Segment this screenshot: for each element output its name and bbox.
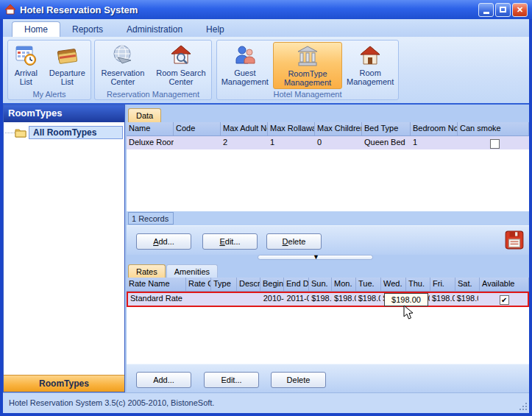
ribbon-item-label: RoomType Management (276, 69, 340, 87)
chevron-down-icon: ▼ (313, 253, 319, 261)
column-header[interactable]: Name (127, 122, 174, 135)
table-row-standard-rate[interactable]: Standard Rate 2010-0 2011-0 $198.00 $198… (127, 292, 529, 307)
close-button[interactable]: ✕ (512, 3, 528, 17)
credit-cards-icon (56, 43, 78, 67)
add-roomtype-button[interactable]: Add... (136, 233, 191, 250)
minimize-button[interactable] (478, 3, 494, 17)
column-header[interactable]: Max Children (315, 122, 362, 135)
column-header[interactable]: End Date (284, 278, 309, 291)
column-header[interactable]: Mon. (332, 278, 356, 291)
column-header[interactable]: Rate Name (127, 278, 186, 291)
title-bar: Hotel Reservation System ✕ (0, 0, 532, 19)
column-header[interactable]: Sat. (455, 278, 480, 291)
column-header[interactable]: Type (211, 278, 237, 291)
ribbon-item-label: Room Search Center (153, 68, 209, 86)
edit-roomtype-button[interactable]: Edit... (202, 233, 258, 250)
cell-name: Deluxe Room (127, 136, 174, 149)
app-home-icon (4, 4, 16, 15)
column-header[interactable]: Rate Code (186, 278, 211, 291)
column-header[interactable]: Tue. (356, 278, 381, 291)
tab-amenities[interactable]: Amenities (166, 264, 218, 278)
can-smoke-checkbox[interactable] (490, 139, 500, 149)
table-row-deluxe-room[interactable]: Deluxe Room 2 1 0 Queen Bed 1 (127, 136, 529, 149)
mouse-cursor (403, 305, 414, 322)
window-title: Hotel Reservation System (20, 4, 138, 15)
column-header[interactable]: Code (174, 122, 221, 135)
departure-list-button[interactable]: Departure List (44, 42, 91, 88)
roomtype-management-button[interactable]: RoomType Management (273, 42, 343, 89)
cell-fri-rate: $198.00 (430, 293, 455, 306)
column-header[interactable]: Max Rollaway (268, 122, 315, 135)
data-button-bar: Add... Edit... Delete (127, 225, 529, 255)
column-header[interactable]: Thu. (406, 278, 430, 291)
column-header[interactable]: Max Adult No (221, 122, 268, 135)
tab-rates[interactable]: Rates (128, 264, 166, 278)
tab-home[interactable]: Home (12, 21, 60, 37)
sidebar-footer-roomtypes-button[interactable]: RoomTypes (4, 375, 124, 392)
maximize-button[interactable] (495, 3, 511, 17)
cell-rate-name: Standard Rate (128, 293, 187, 306)
edit-rate-button[interactable]: Edit... (204, 372, 259, 388)
sidebar-header: RoomTypes (4, 105, 124, 122)
cell-begin-date: 2010-0 (261, 293, 285, 306)
house-search-icon (170, 43, 192, 67)
delete-rate-button[interactable]: Delete (271, 372, 326, 388)
ribbon-group-reservation-management: Reservation Center Room Search Center Re… (94, 40, 212, 100)
room-management-button[interactable]: Room Management (342, 42, 398, 88)
status-bar: Hotel Reservation System 3.5(c) 2005-201… (3, 392, 529, 413)
ribbon-item-label: Arrival List (10, 68, 42, 86)
ribbon-item-label: Guest Management (219, 68, 271, 86)
roomtypes-tree: All RoomTypes (4, 122, 124, 375)
tree-item-all-roomtypes[interactable]: All RoomTypes (5, 126, 123, 139)
sidebar-roomtypes: RoomTypes All RoomTypes RoomTypes (3, 105, 125, 392)
column-header[interactable]: Fri. (430, 278, 455, 291)
data-grid-header: Name Code Max Adult No Max Rollaway Max … (127, 122, 529, 136)
tab-reports[interactable]: Reports (60, 22, 115, 37)
cell-bed-type: Queen Bed (362, 136, 411, 149)
data-grid-empty-area (127, 149, 529, 211)
column-header[interactable]: Can smoke (458, 122, 529, 135)
room-search-center-button[interactable]: Room Search Center (151, 42, 211, 88)
main-area: RoomTypes All RoomTypes RoomTypes Data N… (3, 105, 529, 392)
status-text: Hotel Reservation System 3.5(c) 2005-201… (9, 398, 214, 407)
people-icon (234, 43, 256, 67)
cell-max-rollaway: 1 (268, 136, 315, 149)
cell-rate-code (187, 293, 212, 306)
column-header[interactable]: Bedroom No. (411, 122, 458, 135)
app-window: Hotel Reservation System ✕ Home Reports … (0, 0, 532, 416)
menu-tab-bar: Home Reports Administration Help (3, 19, 529, 37)
rates-grid-empty-area (127, 307, 529, 364)
delete-roomtype-button[interactable]: Delete (266, 233, 322, 250)
data-tab-strip: Data (127, 105, 529, 122)
arrival-list-button[interactable]: Arrival List (8, 42, 44, 88)
column-header[interactable]: Begin Date (260, 278, 284, 291)
tab-administration[interactable]: Administration (115, 22, 194, 37)
column-header[interactable]: Wed. (381, 278, 406, 291)
tab-help[interactable]: Help (194, 22, 236, 37)
ribbon-item-label: Room Management (344, 68, 396, 86)
record-count: 1 Records (128, 212, 174, 225)
column-header[interactable]: Sun. (309, 278, 332, 291)
save-icon[interactable] (504, 229, 525, 253)
tab-data[interactable]: Data (128, 108, 161, 122)
rates-button-bar: Add... Edit... Delete (127, 364, 529, 392)
tree-connector (5, 133, 15, 133)
guest-management-button[interactable]: Guest Management (217, 42, 273, 88)
column-header[interactable]: Available (480, 278, 529, 291)
rates-grid-header: Rate Name Rate Code Type Description Beg… (127, 278, 529, 292)
resize-grip[interactable] (517, 401, 527, 410)
group-label: Reservation Management (95, 90, 211, 99)
column-header[interactable]: Bed Type (362, 122, 411, 135)
add-rate-button[interactable]: Add... (136, 372, 191, 388)
cell-tue-rate: $198.00 (356, 293, 381, 306)
available-checkbox[interactable] (500, 295, 509, 305)
cell-description (238, 293, 261, 306)
content-panel: Data Name Code Max Adult No Max Rollaway… (127, 105, 529, 392)
reservation-center-button[interactable]: Reservation Center (95, 42, 151, 88)
cell-bedroom-no: 1 (411, 136, 458, 149)
panel-splitter[interactable]: ▼ (127, 255, 529, 261)
group-label: Hotel Management (217, 90, 398, 99)
column-header[interactable]: Description (237, 278, 260, 291)
cell-mon-rate: $198.00 (332, 293, 356, 306)
records-bar: 1 Records (127, 211, 529, 225)
